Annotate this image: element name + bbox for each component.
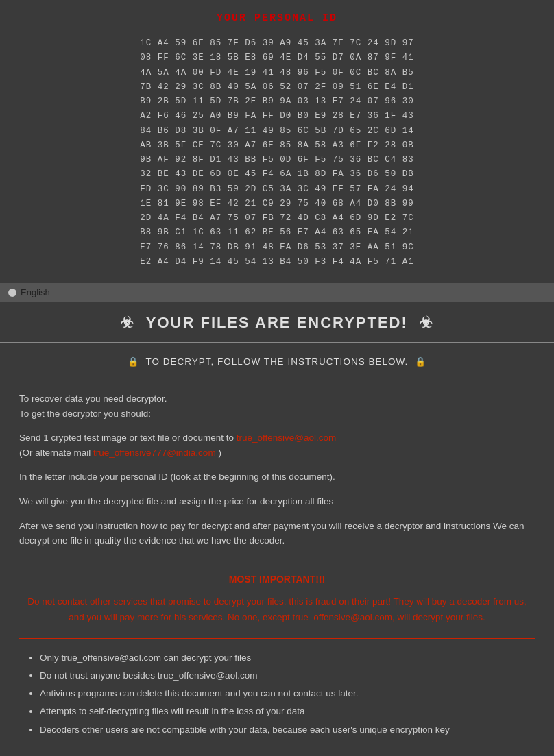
- hex-line: E2 A4 D4 F9 14 45 54 13 B4 50 F3 F4 4A F…: [140, 255, 414, 269]
- divider-bottom: [19, 638, 535, 639]
- encrypted-title: ☣ YOUR FILES ARE ENCRYPTED! ☣: [14, 314, 540, 332]
- lock-right-icon: 🔒: [415, 356, 426, 367]
- list-item: Attempts to self-decrypting files will r…: [40, 705, 535, 718]
- hex-line: 1E 81 9E 98 EF 42 21 C9 29 75 40 68 A4 D…: [140, 197, 414, 211]
- decrypt-instruction: 🔒 TO DECRYPT, FOLLOW THE INSTRUCTIONS BE…: [14, 356, 540, 367]
- hex-line: 32 BE 43 DE 6D 0E 45 F4 6A 1B 8D FA 36 D…: [140, 167, 414, 182]
- main-content: To recover data you need decryptor. To g…: [0, 374, 554, 755]
- hex-line: 9B AF 92 8F D1 43 BB F5 0D 6F F5 75 36 B…: [140, 153, 414, 167]
- encrypted-section: ☣ YOUR FILES ARE ENCRYPTED! ☣: [0, 302, 554, 343]
- hex-id-block: 1C A4 59 6E 85 7F D6 39 A9 45 3A 7E 7C 2…: [140, 36, 414, 269]
- list-item: Only true_offensive@aol.com can decrypt …: [40, 651, 535, 665]
- biohazard-right-icon: ☣: [419, 314, 434, 331]
- list-item: Do not trust anyone besides true_offensi…: [40, 669, 535, 683]
- english-radio[interactable]: [8, 289, 16, 297]
- hex-line: 1C A4 59 6E 85 7F D6 39 A9 45 3A 7E 7C 2…: [140, 36, 414, 51]
- decrypt-header: 🔒 TO DECRYPT, FOLLOW THE INSTRUCTIONS BE…: [0, 343, 554, 374]
- most-important-title: MOST IMPORTANT!!!: [19, 574, 535, 585]
- list-item: Decoders other users are not compatible …: [40, 723, 535, 737]
- hex-line: E7 76 86 14 78 DB 91 48 EA D6 53 37 3E A…: [140, 241, 414, 255]
- bullet-list: Only true_offensive@aol.com can decrypt …: [19, 651, 535, 737]
- instruction-line6: We will give you the decrypted file and …: [19, 494, 535, 509]
- divider-top: [19, 561, 535, 561]
- decrypt-text: TO DECRYPT, FOLLOW THE INSTRUCTIONS BELO…: [146, 356, 409, 367]
- personal-id-section: YOUR PERSONAL ID 1C A4 59 6E 85 7F D6 39…: [0, 0, 554, 283]
- email2-link[interactable]: true_offensive777@india.com: [93, 448, 216, 458]
- lock-left-icon: 🔒: [128, 356, 139, 367]
- hex-line: 08 FF 6C 3E 18 5B E8 69 4E D4 55 D7 0A 8…: [140, 51, 414, 65]
- instruction-line7: After we send you instruction how to pay…: [19, 519, 535, 548]
- language-label: English: [21, 287, 50, 297]
- hex-line: 84 B6 D8 3B 0F A7 11 49 85 6C 5B 7D 65 2…: [140, 124, 414, 138]
- email1-link[interactable]: true_offensive@aol.com: [237, 432, 337, 443]
- hex-line: 4A 5A 4A 00 FD 4E 19 41 48 96 F5 0F 0C B…: [140, 66, 414, 80]
- instruction-line3: Send 1 crypted test image or text file o…: [19, 430, 535, 460]
- personal-id-title: YOUR PERSONAL ID: [14, 12, 540, 24]
- instruction-line5: In the letter include your personal ID (…: [19, 470, 535, 485]
- biohazard-left-icon: ☣: [120, 314, 135, 331]
- hex-line: 2D 4A F4 B4 A7 75 07 FB 72 4D C8 A4 6D 9…: [140, 211, 414, 225]
- hex-line: A2 F6 46 25 A0 B9 FA FF D0 B0 E9 28 E7 3…: [140, 109, 414, 123]
- hex-line: AB 3B 5F CE 7C 30 A7 6E 85 8A 58 A3 6F F…: [140, 138, 414, 153]
- language-bar[interactable]: English: [0, 283, 554, 302]
- hex-line: 7B 42 29 3C 8B 40 5A 06 52 07 2F 09 51 6…: [140, 80, 414, 95]
- encrypted-text: YOUR FILES ARE ENCRYPTED!: [146, 314, 408, 331]
- hex-line: B8 9B C1 1C 63 11 62 BE 56 E7 A4 63 65 E…: [140, 225, 414, 240]
- instruction-line1: To recover data you need decryptor. To g…: [19, 391, 535, 421]
- hex-line: FD 3C 90 89 B3 59 2D C5 3A 3C 49 EF 57 F…: [140, 182, 414, 197]
- hex-line: B9 2B 5D 11 5D 7B 2E B9 9A 03 13 E7 24 0…: [140, 95, 414, 109]
- list-item: Antivirus programs can delete this docum…: [40, 687, 535, 700]
- warning-text: Do not contact other services that promi…: [19, 594, 535, 626]
